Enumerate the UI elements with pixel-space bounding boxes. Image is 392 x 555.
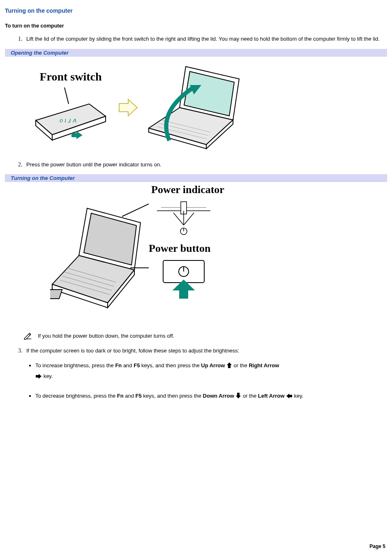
note-icon [23, 332, 32, 340]
text: or the [243, 393, 258, 399]
svg-text:o ı ɹ ʌ: o ı ɹ ʌ [60, 117, 76, 124]
step-3: If the computer screen is too dark or to… [24, 346, 387, 355]
key-fn: Fn [115, 362, 122, 368]
figure-turning-on: Power indicator Power button [5, 184, 387, 323]
svg-marker-6 [119, 99, 137, 116]
text: keys, and then press the [142, 393, 203, 399]
right-arrow-icon [35, 373, 42, 382]
step-1: Lift the lid of the computer by sliding … [24, 35, 387, 43]
figure-opening-computer: Front switch o ı ɹ ʌ [5, 58, 387, 153]
bullet-decrease-brightness: To decrease brightness, press the Fn and… [35, 391, 387, 402]
power-button-detail [149, 257, 219, 304]
svg-marker-42 [36, 374, 42, 379]
laptop-power-illustration [50, 200, 149, 323]
svg-line-31 [173, 213, 184, 225]
key-f5: F5 [134, 362, 140, 368]
up-arrow-icon [226, 362, 232, 371]
text: To increase brightness, press the [35, 362, 115, 368]
text: or the [234, 362, 249, 368]
closed-laptop-illustration: o ı ɹ ʌ [28, 83, 114, 145]
right-arrow-icon [116, 95, 141, 120]
key-right-arrow: Right Arrow [249, 362, 279, 368]
step-3-text: If the computer screen is too dark or to… [26, 348, 239, 354]
text: key. [293, 393, 304, 399]
label-front-switch: Front switch [25, 70, 116, 83]
text: keys, and then press the [140, 362, 201, 368]
text: and [124, 393, 136, 399]
svg-line-32 [184, 213, 194, 225]
key-up-arrow: Up Arrow [201, 362, 225, 368]
step-2: Press the power button until the power i… [24, 160, 387, 169]
text: and [122, 362, 134, 368]
svg-marker-41 [227, 362, 232, 368]
key-f5: F5 [136, 393, 142, 399]
svg-line-26 [122, 200, 149, 216]
down-arrow-icon [235, 392, 241, 402]
key-left-arrow: Left Arrow [258, 393, 285, 399]
bullet-increase-brightness: To increase brightness, press the Fn and… [35, 361, 387, 382]
svg-rect-25 [50, 290, 62, 299]
power-indicator-detail [149, 198, 219, 237]
svg-line-5 [65, 88, 69, 104]
label-power-indicator: Power indicator [151, 184, 224, 196]
text: To decrease brightness, press the [35, 393, 117, 399]
caption-opening: Opening the Computer [5, 49, 387, 57]
note-text: If you hold the power button down, the c… [38, 333, 174, 339]
section-title: Turning on the computer [5, 7, 387, 14]
subheading: To turn on the computer [5, 23, 387, 29]
key-fn: Fn [117, 393, 124, 399]
label-power-button: Power button [149, 242, 224, 255]
text: key. [44, 373, 53, 379]
key-down-arrow: Down Arrow [203, 393, 234, 399]
svg-marker-43 [236, 393, 241, 398]
caption-turning-on: Turning on the Computer [5, 174, 387, 182]
left-arrow-icon [286, 392, 293, 402]
open-laptop-illustration [141, 62, 247, 153]
svg-marker-44 [286, 394, 292, 398]
